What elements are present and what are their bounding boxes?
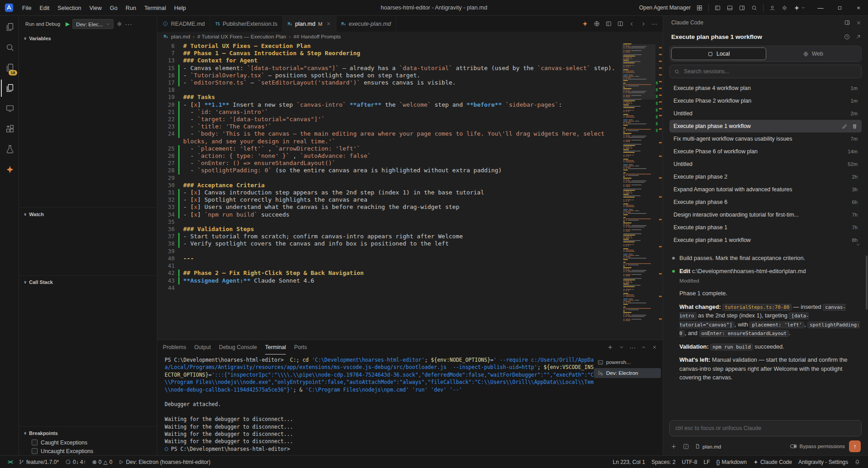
line-number[interactable]: 20 — [157, 101, 175, 109]
maximize-panel-icon[interactable] — [641, 345, 646, 350]
context-file-chip[interactable]: plan.md — [695, 444, 721, 449]
line-number[interactable]: 6 — [157, 43, 175, 50]
line-number[interactable]: 39 — [157, 248, 175, 255]
line-number[interactable]: 37 — [157, 233, 175, 240]
open-agent-manager-button[interactable]: Open Agent Manager — [639, 5, 691, 11]
panel-tab-terminal[interactable]: Terminal — [265, 340, 286, 355]
uncaught-exceptions-row[interactable]: Uncaught Exceptions — [22, 447, 157, 455]
more-actions-icon[interactable]: ··· — [125, 21, 133, 28]
editor-line[interactable]: 16- `TutorialOverlay.tsx` — positions sp… — [157, 72, 621, 79]
add-context-icon[interactable] — [670, 443, 677, 450]
caught-exceptions-row[interactable]: Caught Exceptions — [22, 438, 157, 447]
terminal-output[interactable]: PS C:\Development\hoarses-html-editor> C… — [157, 355, 594, 455]
debug-config-dropdown[interactable]: Dev: Elec... — [72, 19, 113, 29]
line-number[interactable]: 23 — [157, 123, 175, 130]
file-link[interactable]: tutorialSteps.ts:70-80 — [722, 304, 792, 311]
editor-line[interactable]: 31- [x] Canvas introduction step appears… — [157, 189, 621, 196]
encoding[interactable]: UTF-8 — [679, 456, 701, 468]
breadcrumb-item[interactable]: plan.md — [171, 33, 190, 40]
editor-line[interactable]: 37- Start tutorial from scratch; confirm… — [157, 233, 621, 240]
editor-line[interactable]: 36### Validation Steps — [157, 226, 621, 233]
editor-line[interactable]: 6# Tutorial UX Fixes — Execution Plan — [157, 43, 621, 50]
editor-content[interactable]: 6# Tutorial UX Fixes — Execution Plan7##… — [157, 43, 621, 340]
line-number[interactable]: 19 — [157, 94, 175, 101]
terminal-instance-DevElectron[interactable]: Dev: Electron — [594, 368, 661, 378]
agent-manager-grid-icon[interactable] — [696, 5, 703, 11]
panel-tab-output[interactable]: Output — [194, 340, 211, 355]
session-item[interactable]: Execute Phase 6 of workflow plan14m — [669, 145, 862, 158]
line-number[interactable]: 38 — [157, 240, 175, 247]
problems-item[interactable]: ⊗0 △0 — [89, 456, 116, 468]
tab-execute-plan.md[interactable]: M↓execute-plan.md — [337, 16, 396, 32]
session-item[interactable]: Untitled2m — [669, 107, 862, 120]
line-number[interactable]: 30 — [157, 182, 175, 189]
session-item[interactable]: Execute plan phase 1 workflow8h — [669, 234, 862, 246]
close-button[interactable]: × — [849, 0, 868, 15]
line-number[interactable]: 7 — [157, 50, 175, 57]
toggle-sidebar-icon[interactable] — [714, 5, 721, 11]
editor-line[interactable]: 41 — [157, 262, 621, 269]
close-claude-panel-icon[interactable] — [856, 19, 862, 26]
menu-go[interactable]: Go — [106, 3, 122, 13]
panel-layout-icon[interactable] — [844, 19, 850, 26]
watch-section-header[interactable]: ∨Watch — [22, 209, 157, 219]
menu-edit[interactable]: Edit — [35, 3, 53, 13]
more-actions-icon[interactable]: ··· — [630, 344, 636, 351]
history-icon[interactable] — [844, 33, 850, 40]
globe-icon[interactable] — [593, 20, 600, 27]
editor-line[interactable]: 18 — [157, 86, 621, 94]
session-search-input[interactable] — [683, 68, 857, 75]
panel-tab-debug-console[interactable]: Debug Console — [219, 340, 257, 355]
line-number[interactable]: 24 — [157, 130, 175, 137]
toggle-secondary-sidebar-icon[interactable] — [739, 5, 745, 11]
editor-line[interactable]: 44 — [157, 284, 621, 292]
call-stack-section-header[interactable]: ∨Call Stack — [22, 277, 157, 287]
agent-actions-icon[interactable] — [582, 20, 588, 27]
overview-ruler[interactable] — [655, 42, 663, 340]
panel-tab-ports[interactable]: Ports — [294, 340, 307, 355]
language-mode[interactable]: {}Markdown — [713, 456, 750, 468]
scrollbar[interactable] — [866, 255, 868, 310]
editor-line[interactable]: 39 — [157, 248, 621, 255]
editor-line[interactable]: 7## Phase 1 — Canvas Introduction & Step… — [157, 50, 621, 57]
tab-plan.md[interactable]: M↓plan.mdM — [283, 16, 337, 32]
minimize-button[interactable]: — — [811, 0, 830, 15]
line-number[interactable]: 34 — [157, 211, 175, 218]
line-number[interactable]: 25 — [157, 145, 175, 152]
delete-session-icon[interactable] — [852, 123, 858, 129]
line-number[interactable]: 35 — [157, 218, 175, 226]
line-number[interactable]: 26 — [157, 152, 175, 160]
checkbox[interactable] — [32, 440, 38, 445]
slash-commands-icon[interactable] — [683, 443, 689, 450]
edit-session-icon[interactable] — [842, 123, 848, 129]
session-item[interactable]: Expand Amagon tutorial with advanced fea… — [669, 183, 862, 196]
send-button[interactable]: ↑ — [849, 440, 861, 452]
line-number[interactable]: 18 — [157, 86, 175, 94]
local-tab[interactable]: Local — [671, 47, 766, 60]
activity-source-control-icon[interactable]: 18 — [1, 59, 18, 76]
editor-line[interactable]: 30### Acceptance Criteria — [157, 182, 621, 189]
editor[interactable]: 6# Tutorial UX Fixes — Execution Plan7##… — [157, 42, 663, 340]
search-icon[interactable] — [751, 5, 758, 11]
activity-testing-icon[interactable] — [1, 141, 18, 158]
debug-target-item[interactable]: Dev: Electron (hoarses-html-editor) — [115, 456, 213, 468]
claude-code-status[interactable]: Claude Code — [750, 456, 795, 468]
forward-icon[interactable] — [640, 21, 646, 27]
editor-line[interactable]: 40--- — [157, 255, 621, 262]
line-number[interactable]: 21 — [157, 109, 175, 116]
breadcrumb-item[interactable]: ## Handoff Prompts — [294, 33, 341, 40]
editor-line[interactable]: 15- Canvas element: `[data-tutorial="can… — [157, 65, 621, 72]
menu-view[interactable]: View — [85, 3, 106, 13]
web-tab[interactable]: Web — [766, 47, 860, 60]
session-item[interactable]: Untitled52m — [669, 158, 862, 170]
split-editor-icon[interactable] — [617, 20, 624, 27]
antigravity-agent-menu[interactable] — [793, 5, 806, 11]
more-actions-icon[interactable]: ··· — [651, 20, 657, 27]
session-item[interactable]: Execute plan phase 17h — [669, 221, 862, 234]
back-icon[interactable] — [629, 21, 635, 27]
line-number[interactable]: 13 — [157, 57, 175, 64]
activity-explorer-icon[interactable] — [1, 19, 18, 36]
editor-line[interactable]: 27 - `onEnter: () => ensureStandardLayou… — [157, 160, 621, 167]
start-debug-button[interactable]: ▶ — [66, 21, 70, 27]
editor-line[interactable]: 43**Assigned Agent:** Claude Sonnet 4.6 — [157, 277, 621, 284]
